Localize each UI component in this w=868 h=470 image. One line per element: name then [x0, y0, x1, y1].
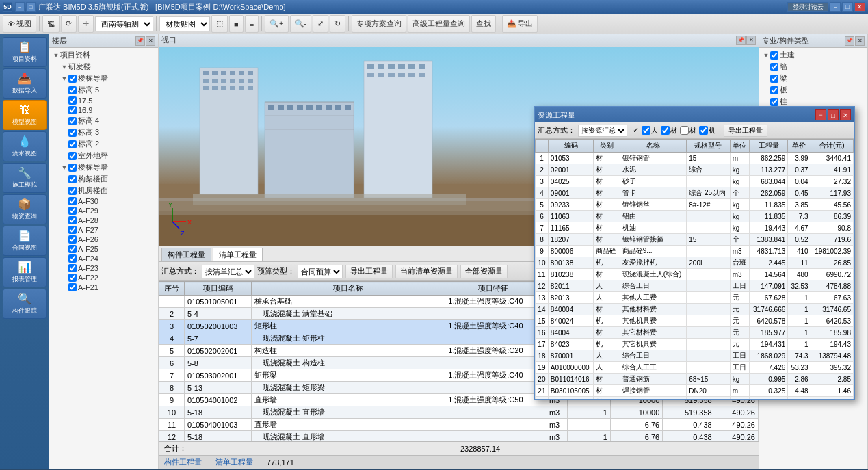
tree-item-dev[interactable]: ▼ 研发楼	[51, 61, 157, 73]
fit-btn[interactable]: ⤢	[313, 15, 328, 33]
tree-item-frame[interactable]: 构架楼面	[51, 173, 157, 185]
tree-check-b2[interactable]	[68, 164, 77, 172]
rotate-btn[interactable]: ⟳	[61, 15, 77, 33]
solid-btn[interactable]: ■	[229, 15, 244, 33]
tab-component-link[interactable]: 构件工程量	[164, 457, 202, 467]
tab-checklist-link[interactable]: 清单工程量	[215, 457, 253, 467]
table-row[interactable]: 105-18现浇混凝土 直形墙m3110000519.358490.26	[159, 406, 759, 419]
list-item[interactable]: 409001材管卡综合 25以内个262.0590.45117.93	[536, 187, 854, 199]
tree-toggle-project[interactable]: ▼	[52, 51, 60, 60]
check-civil-beam[interactable]	[770, 75, 778, 83]
list-item[interactable]: 509233材镀锌钢丝8#-12#kg11.8353.8545.56	[536, 199, 854, 211]
structure-pin-btn[interactable]: 📌	[845, 36, 854, 46]
check-civil-wall[interactable]	[770, 63, 778, 71]
table-row[interactable]: 11010504001003直形墙m36.760.438490.26	[159, 419, 759, 431]
check-civil-slab[interactable]	[770, 86, 778, 94]
tree-check-af26[interactable]	[68, 235, 77, 244]
check-civil-col[interactable]	[770, 98, 778, 106]
min-icon-left[interactable]: －	[15, 2, 25, 12]
list-item[interactable]: 101053材镀锌钢管15m862.2593.993440.41	[536, 153, 854, 164]
tree-check-af28[interactable]	[68, 216, 77, 224]
resource-table-container[interactable]: 编码 类别 名称 规格型号 单位 工程量 单价 合计(元) 101053材镀锌钢…	[535, 139, 854, 399]
viewport-close-btn[interactable]: ✕	[746, 36, 756, 45]
restore-btn[interactable]: □	[842, 2, 853, 12]
tree-check-169[interactable]	[68, 106, 77, 114]
sidebar-item-import[interactable]: 📥 数据导入	[3, 68, 47, 99]
tree-check-l3[interactable]	[68, 129, 77, 137]
tree-item-af26[interactable]: A-F26	[51, 235, 157, 244]
list-item[interactable]: 11810238材现浇混凝土人(综合)m314.5644806990.72	[536, 269, 854, 280]
minimize-btn[interactable]: －	[830, 2, 841, 12]
rp-summary-select[interactable]: 按资源汇总	[578, 125, 627, 137]
wire-btn[interactable]: ⬚	[211, 15, 228, 33]
tree-item-af27[interactable]: A-F27	[51, 225, 157, 235]
zoom-out-btn[interactable]: 🔍-	[290, 15, 312, 33]
list-item[interactable]: 711165材机油kg19.4434.6790.8	[536, 222, 854, 234]
list-item[interactable]: 14840004材其他材料费元31746.666131746.65	[536, 304, 854, 315]
tree-item-af21[interactable]: A-F21	[51, 283, 157, 292]
layer-btn[interactable]: ≡	[245, 15, 259, 33]
resource-panel-minimize[interactable]: －	[815, 109, 826, 120]
list-item[interactable]: 15840024机其他机具费元6420.57816420.53	[536, 315, 854, 327]
tab-checklist[interactable]: 清单工程量	[213, 248, 263, 261]
tree-item-af25[interactable]: A-F25	[51, 244, 157, 254]
tree-check-frame[interactable]	[68, 175, 77, 183]
list-item[interactable]: 1784023机其它机具费元194.4311194.43	[536, 339, 854, 350]
adv-query-btn[interactable]: 高级工程量查询	[408, 15, 470, 33]
tree-item-building1[interactable]: ▼ 楼栋导墙	[51, 73, 157, 84]
sidebar-item-simulate[interactable]: 🔧 施工模拟	[3, 163, 47, 193]
tree-item-l2[interactable]: 标高 2	[51, 138, 157, 150]
rp-export-btn[interactable]: 导出工程量	[724, 125, 767, 137]
list-item[interactable]: 202001材水泥综合kg113.2770.3741.91	[536, 164, 854, 176]
list-item[interactable]: 21B030105005材焊接钢管DN20m0.3254.481.46	[536, 385, 854, 397]
current-resource-btn[interactable]: 当前清单资源量	[395, 265, 458, 278]
sidebar-item-model[interactable]: 🏗 模型视图	[3, 100, 47, 130]
sidebar-item-material[interactable]: 📦 物资查询	[3, 194, 47, 224]
tree-check-af29[interactable]	[68, 207, 77, 215]
tree-item-169[interactable]: 16.9	[51, 105, 157, 115]
viewport-pin-btn[interactable]: 📌	[736, 36, 746, 45]
toggle-civil[interactable]: ▼	[762, 51, 770, 60]
search-btn[interactable]: 查找	[471, 15, 496, 33]
tree-civil-beam[interactable]: 梁	[761, 73, 866, 84]
floor-close-btn[interactable]: ✕	[146, 36, 155, 46]
tree-check-af30[interactable]	[68, 197, 77, 205]
tree-toggle-b1[interactable]: ▼	[60, 75, 68, 83]
tree-civil-slab[interactable]: 板	[761, 84, 866, 96]
tree-check-af22[interactable]	[68, 274, 77, 282]
summary-select[interactable]: 按清单汇总	[202, 265, 254, 278]
tree-item-af28[interactable]: A-F28	[51, 216, 157, 225]
resource-panel-close[interactable]: ✕	[840, 109, 851, 120]
tab-component[interactable]: 构件工程量	[161, 248, 211, 261]
structure-close-btn[interactable]: ✕	[855, 36, 865, 46]
max-icon-left[interactable]: □	[26, 2, 36, 12]
sidebar-item-flow[interactable]: 💧 流水视图	[3, 131, 47, 161]
list-item[interactable]: 19A010000000人综合人工工工日7.42653.23395.32	[536, 362, 854, 374]
list-item[interactable]: 304025材砂子kg683.0440.0427.32	[536, 176, 854, 187]
tree-item-l5[interactable]: 标高 5	[51, 84, 157, 96]
sidebar-item-contract[interactable]: 📄 合同视图	[3, 226, 47, 256]
list-item[interactable]: 18870001人综合工日工日1868.02974.3138794.48	[536, 350, 854, 362]
tree-item-af30[interactable]: A-F30	[51, 196, 157, 206]
tree-civil-wall[interactable]: 墙	[761, 61, 866, 73]
list-item[interactable]: 10800138机友爱搅拌机200L台班2.4451126.85	[536, 257, 854, 269]
tree-check-175[interactable]	[68, 96, 77, 105]
rotate-view-btn[interactable]: ↻	[330, 15, 345, 33]
tree-item-l4[interactable]: 标高 4	[51, 115, 157, 127]
list-item[interactable]: 22B030701030材焊接钢管DN20m0.2448.992.18	[536, 397, 854, 400]
tree-check-af21[interactable]	[68, 283, 77, 291]
floor-pin-btn[interactable]: 📌	[135, 36, 145, 46]
tree-item-af29[interactable]: A-F29	[51, 206, 157, 216]
zoom-btn[interactable]: 🔍+	[265, 15, 288, 33]
close-btn[interactable]: ✕	[854, 2, 865, 12]
list-item[interactable]: 1382013人其他人工费元67.628167.63	[536, 292, 854, 304]
tree-check-l4[interactable]	[68, 117, 77, 125]
list-item[interactable]: 1684004材其它材料费元185.9771185.98	[536, 327, 854, 339]
tree-check-machine[interactable]	[68, 187, 77, 195]
list-item[interactable]: 818207材镀锌钢管接箍15个1383.8410.52719.6	[536, 234, 854, 246]
tree-toggle-dev[interactable]: ▼	[60, 63, 68, 71]
tree-item-l3[interactable]: 标高 3	[51, 127, 157, 138]
tree-item-project[interactable]: ▼ 项目资料	[51, 49, 157, 61]
tree-item-af22[interactable]: A-F22	[51, 273, 157, 283]
tree-check-af23[interactable]	[68, 264, 77, 272]
